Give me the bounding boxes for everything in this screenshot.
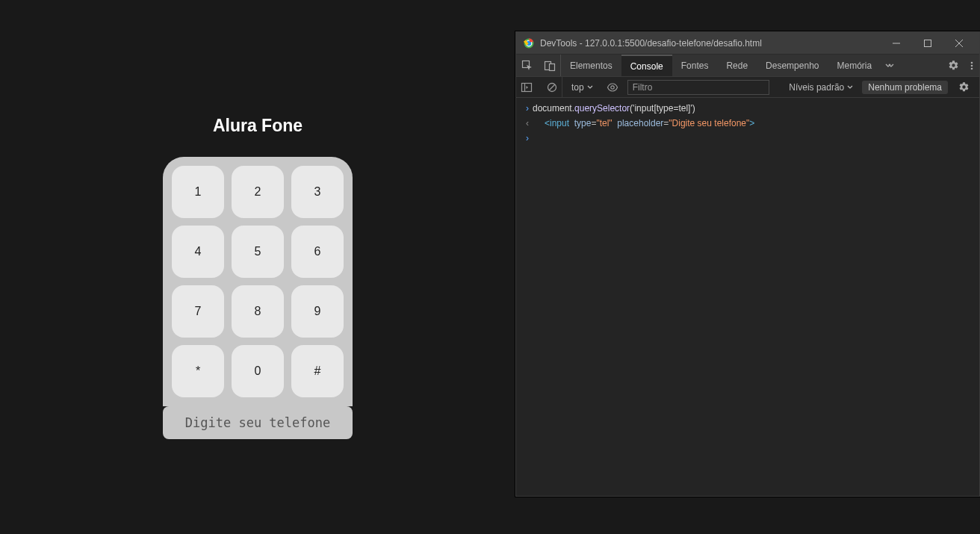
svg-point-11 <box>610 85 613 88</box>
keypad-key-3[interactable]: 3 <box>291 166 344 218</box>
tok-attr1: type <box>574 118 592 128</box>
phone-number-input[interactable] <box>166 409 350 436</box>
context-label: top <box>571 82 584 93</box>
code-args: ('input[type=tel]') <box>630 103 695 114</box>
tab-memoria[interactable]: Memória <box>828 55 881 76</box>
keypad-key-0[interactable]: 0 <box>232 345 284 397</box>
devtools-tabs: Elementos Console Fontes Rede Desempenho… <box>516 55 979 77</box>
prompt-chevron-icon: › <box>522 131 533 146</box>
chevron-down-icon <box>847 84 853 90</box>
console-sidebar-toggle-icon[interactable] <box>516 77 537 98</box>
keypad-key-5[interactable]: 5 <box>232 226 284 278</box>
tok-close: > <box>749 118 754 128</box>
console-filter-input[interactable] <box>627 80 769 95</box>
keypad-key-9[interactable]: 9 <box>291 285 344 338</box>
svg-rect-5 <box>549 63 554 70</box>
console-output-row: ‹ <input type="tel" placeholder="Digite … <box>516 116 979 131</box>
tok-val1: "tel" <box>596 118 612 128</box>
console-input-code: document.querySelector('input[type=tel]'… <box>533 101 695 116</box>
keypad: 1 2 3 4 5 6 7 8 9 * 0 # <box>163 157 353 406</box>
levels-label: Níveis padrão <box>789 82 844 93</box>
keypad-key-8[interactable]: 8 <box>232 285 284 338</box>
output-chevron-icon: ‹ <box>522 116 533 131</box>
phone-app: Alura Fone 1 2 3 4 5 6 7 8 9 * 0 # <box>0 0 515 534</box>
keypad-key-2[interactable]: 2 <box>232 166 284 218</box>
chrome-icon <box>524 38 534 49</box>
keypad-key-hash[interactable]: # <box>291 345 344 397</box>
console-prompt-row[interactable]: › <box>516 131 979 146</box>
console-context-selector[interactable]: top <box>567 77 598 97</box>
window-titlebar[interactable]: DevTools - 127.0.0.1:5500/desafio-telefo… <box>516 32 979 55</box>
tok-open: <input <box>545 118 569 128</box>
keypad-key-4[interactable]: 4 <box>172 226 224 278</box>
tab-console[interactable]: Console <box>621 55 672 76</box>
console-toolbar: top Níveis padrão Nenhum problema <box>516 77 979 98</box>
phone-input-container <box>163 406 353 439</box>
svg-point-7 <box>971 64 973 66</box>
svg-point-6 <box>971 61 973 63</box>
tab-elementos[interactable]: Elementos <box>561 55 621 76</box>
svg-point-8 <box>971 67 973 69</box>
tab-desempenho[interactable]: Desempenho <box>757 55 828 76</box>
tab-rede[interactable]: Rede <box>717 55 757 76</box>
clear-console-icon[interactable] <box>542 77 562 98</box>
more-tabs-icon[interactable] <box>881 55 899 76</box>
issues-button[interactable]: Nenhum problema <box>862 81 948 94</box>
console-body[interactable]: › document.querySelector('input[type=tel… <box>516 98 979 496</box>
keypad-key-6[interactable]: 6 <box>291 226 344 278</box>
log-levels-selector[interactable]: Níveis padrão <box>784 82 858 93</box>
console-output-code[interactable]: <input type="tel" placeholder="Digite se… <box>533 116 754 131</box>
chevron-down-icon <box>587 84 593 90</box>
svg-rect-2 <box>925 40 931 46</box>
inspect-element-icon[interactable] <box>516 55 539 76</box>
console-input-row: › document.querySelector('input[type=tel… <box>516 101 979 116</box>
tok-val2: "Digite seu telefone" <box>669 118 749 128</box>
page-title: Alura Fone <box>213 116 303 136</box>
code-prefix: document. <box>533 103 574 114</box>
code-method: querySelector <box>574 103 630 114</box>
device-toolbar-icon[interactable] <box>539 55 561 76</box>
kebab-menu-icon[interactable] <box>964 55 979 76</box>
settings-gear-icon[interactable] <box>942 55 964 76</box>
window-minimize-button[interactable] <box>884 35 909 52</box>
tab-fontes[interactable]: Fontes <box>672 55 718 76</box>
window-title: DevTools - 127.0.0.1:5500/desafio-telefo… <box>540 38 878 49</box>
tok-attr2: placeholder <box>617 118 663 128</box>
keypad-key-star[interactable]: * <box>172 345 224 397</box>
devtools-window: DevTools - 127.0.0.1:5500/desafio-telefo… <box>515 31 980 497</box>
keypad-key-7[interactable]: 7 <box>172 285 224 338</box>
window-maximize-button[interactable] <box>915 35 940 52</box>
window-close-button[interactable] <box>946 35 972 52</box>
keypad-key-1[interactable]: 1 <box>172 166 224 218</box>
input-chevron-icon: › <box>522 101 533 116</box>
console-settings-gear-icon[interactable] <box>952 81 975 93</box>
eye-icon[interactable] <box>602 77 623 98</box>
